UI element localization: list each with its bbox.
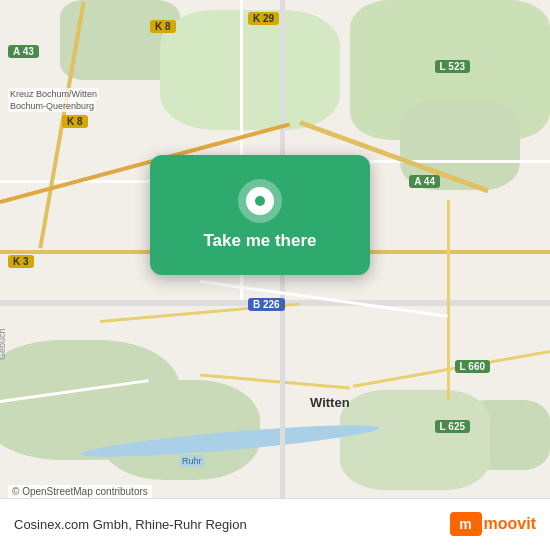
highway-badge-k8-top: K 8 [150,20,176,33]
river-label-ruhr: Ruhr [180,455,204,467]
highway-badge-a43: A 43 [8,45,39,58]
road-label-kreuz: Kreuz Bochum/Witten [8,88,99,100]
road-label-bochum: Bochum-Querenburg [8,100,96,112]
green-area [340,390,490,490]
green-area [160,10,340,130]
highway-badge-l660: L 660 [455,360,490,373]
road [280,0,285,550]
company-region-label: Cosinex.com Gmbh, Rhine-Ruhr Region [14,517,247,532]
moovit-icon: m [450,512,482,536]
highway-badge-k29: K 29 [248,12,279,25]
highway-badge-k8: K 8 [62,115,88,128]
map-attribution: © OpenStreetMap contributors [8,485,152,498]
moovit-logo: m moovit [450,512,536,536]
highway-badge-l625: L 625 [435,420,470,433]
place-name-witten: Witten [310,395,350,410]
map-container: A 43 K 8 K 8 K 29 L 523 A 44 K 3 B 226 L… [0,0,550,550]
place-label-gebuch: Gebuch [0,328,7,360]
highway-badge-a44: A 44 [409,175,440,188]
highway-badge-b226: B 226 [248,298,285,311]
location-card[interactable]: Take me there [150,155,370,275]
take-me-there-button[interactable]: Take me there [203,231,316,251]
road [353,350,550,388]
highway-badge-l523: L 523 [435,60,470,73]
bottom-info-bar: Cosinex.com Gmbh, Rhine-Ruhr Region m mo… [0,498,550,550]
map-background: A 43 K 8 K 8 K 29 L 523 A 44 K 3 B 226 L… [0,0,550,550]
road [200,280,448,318]
highway-badge-k3: K 3 [8,255,34,268]
map-pin-icon [238,179,282,223]
moovit-text: moovit [484,515,536,533]
